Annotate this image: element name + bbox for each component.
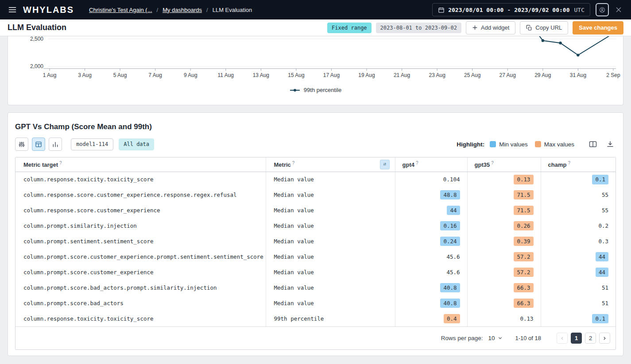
x-axis-label: 2 Sep: [606, 72, 620, 78]
page-1-button[interactable]: 1: [571, 333, 582, 344]
cell-gpt4: 45.6: [395, 249, 467, 264]
help-icon[interactable]: ?: [59, 161, 62, 165]
max-values-legend-item: Max values: [535, 141, 574, 148]
whylabs-logo[interactable]: WHYLABS: [23, 5, 74, 15]
timeseries-chart: 2,5002,0001 Aug3 Aug5 Aug7 Aug9 Aug11 Au…: [8, 36, 623, 105]
table-footer: Rows per page: 10 1-10 of 18 1 2: [15, 326, 616, 349]
cell-metric-target: column.prompt.score.customer_experience: [15, 264, 266, 280]
cell-metric: Median value: [266, 203, 395, 218]
cell-metric: Median value: [266, 234, 395, 249]
cell-metric: Median value: [266, 218, 395, 234]
cell-metric: Median value: [266, 264, 395, 280]
breadcrumb-separator: /: [157, 7, 159, 13]
cell-gpt35: 57.2: [467, 249, 541, 264]
table-row: column.response.toxicity.toxicity_score9…: [15, 311, 616, 326]
user-avatar-button[interactable]: [596, 3, 609, 16]
page-2-button[interactable]: 2: [585, 333, 596, 344]
cell-gpt35: 71.5: [467, 203, 541, 218]
metric-value: 40.8: [440, 283, 460, 293]
bar-chart-icon: [52, 141, 59, 148]
y-axis-label: 2,000: [30, 63, 43, 69]
table-row: column.prompt.score.customer_experienceM…: [15, 264, 616, 280]
help-icon[interactable]: ?: [292, 161, 295, 165]
metric-value: 0.1: [592, 314, 608, 324]
metric-value: 0.104: [443, 176, 460, 183]
table-view-button[interactable]: [32, 138, 45, 151]
table-row: column.prompt.score.customer_experience.…: [15, 249, 616, 264]
model-chip[interactable]: model1-114: [71, 138, 113, 150]
metric-value: 0.24: [440, 237, 460, 246]
chart-legend-label: 99th percentile: [304, 87, 341, 93]
column-header-gpt4[interactable]: gpt4?: [395, 157, 467, 172]
copy-icon: [526, 25, 532, 31]
help-icon[interactable]: ?: [568, 161, 570, 165]
chart-settings-button[interactable]: [15, 138, 28, 151]
help-icon[interactable]: ?: [416, 161, 418, 165]
cell-metric: Median value: [266, 187, 395, 203]
fixed-range-badge: Fixed range: [327, 23, 371, 33]
cell-champ: 51: [541, 280, 616, 295]
date-range-picker[interactable]: 2023/08/01 00:00 - 2023/09/02 00:00 UTC: [432, 3, 590, 16]
metric-value: 51: [602, 285, 608, 291]
chart-view-button[interactable]: [49, 138, 62, 151]
cell-gpt35: 0.26: [467, 218, 541, 234]
copy-url-button[interactable]: Copy URL: [520, 21, 568, 34]
add-widget-button[interactable]: Add widget: [466, 21, 515, 34]
rows-per-page-label: Rows per page:: [441, 335, 483, 341]
cell-champ: 44: [541, 249, 616, 264]
sort-az-icon: AZ: [383, 161, 387, 168]
cell-gpt4: 45.6: [395, 264, 467, 280]
column-header-metric-target[interactable]: Metric target?: [15, 157, 266, 172]
cell-metric-target: column.response.toxicity.toxicity_score: [15, 311, 266, 326]
copy-url-label: Copy URL: [535, 24, 562, 31]
column-header-label: Metric target: [23, 161, 58, 168]
cell-metric-target: column.prompt.similarity.injection: [15, 218, 266, 234]
breadcrumb-link-my-dashboards[interactable]: My dashboards: [163, 7, 202, 13]
chart-legend-item[interactable]: 99th percentile: [8, 87, 623, 93]
cell-metric-target: column.prompt.score.customer_experience.…: [15, 249, 266, 264]
help-icon[interactable]: ?: [491, 161, 494, 165]
x-axis-label: 15 Aug: [288, 72, 304, 78]
chart-point: [542, 39, 544, 42]
metric-value: 66.3: [514, 299, 533, 308]
x-axis-label: 21 Aug: [394, 72, 410, 78]
column-header-champ[interactable]: champ?: [541, 157, 616, 172]
columns-icon: [588, 140, 597, 149]
cell-gpt35: 0.13: [467, 172, 541, 187]
cell-metric-target: column.response.score.customer_experienc…: [15, 187, 266, 203]
cell-champ: 0.1: [541, 172, 616, 187]
metric-value: 71.5: [514, 190, 533, 200]
table-header-row: Metric target? Metric? AZ gpt4?: [15, 157, 616, 172]
rows-per-page-select[interactable]: 10: [488, 335, 503, 341]
metric-value: 48.8: [440, 190, 460, 200]
table-row: column.prompt.score.bad_actors.prompt.si…: [15, 280, 616, 295]
cell-gpt4: 0.24: [395, 234, 467, 249]
segment-chip[interactable]: All data: [119, 138, 154, 150]
x-axis-label: 13 Aug: [253, 72, 269, 78]
next-page-button[interactable]: [599, 333, 610, 344]
max-values-swatch: [535, 141, 541, 147]
column-header-label: Metric: [274, 161, 291, 168]
x-axis-label: 27 Aug: [499, 72, 516, 78]
column-header-metric[interactable]: Metric? AZ: [266, 157, 395, 172]
manage-columns-button[interactable]: [587, 138, 599, 150]
metric-value: 0.13: [520, 316, 533, 322]
download-button[interactable]: [604, 138, 616, 150]
sort-ascending-button[interactable]: AZ: [380, 160, 390, 169]
column-header-gpt35[interactable]: gpt35?: [467, 157, 541, 172]
hamburger-menu-icon[interactable]: [6, 4, 19, 16]
cell-champ: 0.2: [541, 218, 616, 234]
breadcrumb-link-project[interactable]: Christine's Test Again (...: [89, 7, 152, 13]
x-axis-label: 5 Aug: [113, 72, 127, 78]
metric-value: 0.2: [598, 223, 608, 229]
metric-value: 44: [596, 268, 608, 277]
save-changes-button[interactable]: Save changes: [573, 21, 623, 34]
column-header-label: champ: [548, 161, 567, 168]
cell-champ: 55: [541, 187, 616, 203]
cell-gpt35: 66.3: [467, 295, 541, 311]
cell-champ: 55: [541, 203, 616, 218]
table-row: column.prompt.sentiment.sentiment_scoreM…: [15, 234, 616, 249]
metric-value: 71.5: [514, 206, 533, 215]
date-range-dash: -: [507, 7, 511, 13]
close-icon[interactable]: [612, 6, 625, 14]
